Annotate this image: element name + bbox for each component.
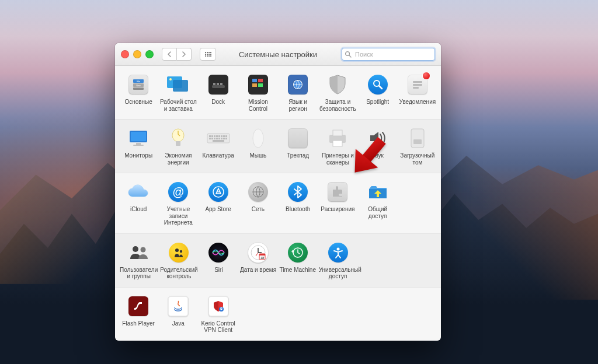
chevron-right-icon [182,51,186,57]
svg-rect-47 [223,138,225,139]
search-field[interactable] [342,48,435,61]
pane-icloud[interactable]: iCloud [119,179,158,229]
svg-rect-48 [225,138,227,139]
pane-users-groups[interactable]: Пользователи и группы [119,240,159,282]
trackpad-icon [288,128,308,148]
svg-rect-8 [173,80,188,92]
startup-disk-icon [406,127,429,150]
pane-network[interactable]: Сеть [238,179,278,229]
pane-sound[interactable]: Звук [358,125,398,168]
pane-language-region[interactable]: Язык и регион [278,72,318,114]
pane-mouse[interactable]: Мышь [238,125,278,168]
general-icon: FileNew [128,75,148,94]
pane-security-privacy[interactable]: Защита и безопасность [318,72,357,114]
pane-label: Java [172,320,185,327]
svg-rect-15 [258,79,263,82]
window-minimize-button[interactable] [133,50,141,58]
pane-label: Учетные записи Интернета [159,206,197,226]
pane-extensions[interactable]: Расширения [318,179,357,229]
forward-button[interactable] [177,48,192,61]
svg-point-9 [169,78,172,80]
pane-siri[interactable]: Siri [199,240,239,282]
back-button[interactable] [162,48,177,61]
pane-sharing[interactable]: Общий доступ [358,179,398,229]
pane-label: App Store [205,206,231,213]
pane-trackpad[interactable]: Трекпад [278,125,318,168]
pane-accessibility[interactable]: Универсальный доступ [318,240,359,282]
svg-line-1 [349,55,351,57]
pane-notifications[interactable]: Уведомления [398,72,437,114]
pane-label: Родительский контроль [160,267,197,280]
pane-bluetooth[interactable]: Bluetooth [278,179,318,229]
svg-rect-42 [211,138,213,139]
search-input[interactable] [354,50,432,58]
pane-app-store[interactable]: App Store [199,179,238,229]
svg-rect-37 [218,135,220,137]
svg-rect-52 [333,130,342,136]
pane-label: Язык и регион [279,99,317,112]
pane-flash-player[interactable]: Flash Player [119,293,158,336]
svg-line-22 [379,86,382,89]
pane-label: Bluetooth [286,206,310,213]
pane-label: Загрузочный том [399,152,436,166]
svg-rect-14 [252,79,257,82]
pane-time-machine[interactable]: Time Machine [278,240,318,282]
svg-point-70 [336,247,339,250]
pane-row-1: Мониторы Экономия энергии Клавиатура Мыш… [115,120,441,173]
sharing-icon [366,180,390,204]
pane-date-time[interactable]: 18 Дата и время [238,240,278,282]
pane-java[interactable]: Java [158,293,198,336]
pane-keyboard[interactable]: Клавиатура [199,125,238,168]
pane-startup-disk[interactable]: Загрузочный том [398,125,437,168]
printers-icon [326,127,349,150]
language-region-icon [288,75,308,94]
pane-mission-control[interactable]: Mission Control [238,72,278,114]
svg-rect-39 [223,135,225,137]
pane-kerio-vpn[interactable]: Kerio Control VPN Client [199,293,238,336]
show-all-button[interactable] [200,48,216,61]
pane-label: Пользователи и группы [120,267,158,280]
keyboard-icon [207,127,230,150]
parental-controls-icon [169,243,189,262]
svg-point-61 [180,250,182,252]
svg-point-50 [253,129,263,148]
pane-energy-saver[interactable]: Экономия энергии [158,125,198,168]
window-close-button[interactable] [121,50,129,58]
window-zoom-button[interactable] [145,50,154,58]
pane-parental-controls[interactable]: Родительский контроль [159,240,199,282]
svg-rect-40 [225,135,227,137]
java-icon [168,296,189,317]
svg-rect-10 [212,85,225,88]
pane-internet-accounts[interactable]: @ Учетные записи Интернета [158,179,198,229]
pane-label: Flash Player [122,320,155,327]
mission-control-icon [248,75,268,94]
desktop-screensaver-icon [166,73,190,96]
svg-rect-49 [213,140,224,142]
dock-icon [208,75,228,94]
svg-rect-6 [133,88,144,90]
spotlight-icon [368,75,388,94]
pane-label: Мониторы [124,152,152,159]
icloud-icon [127,180,150,204]
pane-label: Принтеры и сканеры [319,152,356,166]
pane-general[interactable]: FileNew Основные [119,72,158,114]
pane-dock[interactable]: Dock [199,72,238,114]
pane-displays[interactable]: Мониторы [119,125,158,168]
pane-printers-scanners[interactable]: Принтеры и сканеры [318,125,357,168]
svg-rect-34 [211,135,213,137]
pane-label: Общий доступ [359,206,397,219]
svg-rect-44 [216,138,218,139]
energy-saver-icon [166,127,190,150]
svg-rect-36 [216,135,218,137]
extensions-icon [328,182,347,202]
bluetooth-icon [288,182,308,202]
pane-spotlight[interactable]: Spotlight [358,72,398,114]
pane-label: Siri [214,267,222,274]
svg-point-59 [140,247,145,252]
pane-desktop-screensaver[interactable]: Рабочий стол и заставка [158,72,198,114]
pane-label: Mission Control [239,99,277,112]
pane-label: Dock [211,99,225,106]
svg-rect-45 [218,138,220,139]
mouse-icon [246,127,270,150]
svg-rect-46 [221,138,222,139]
